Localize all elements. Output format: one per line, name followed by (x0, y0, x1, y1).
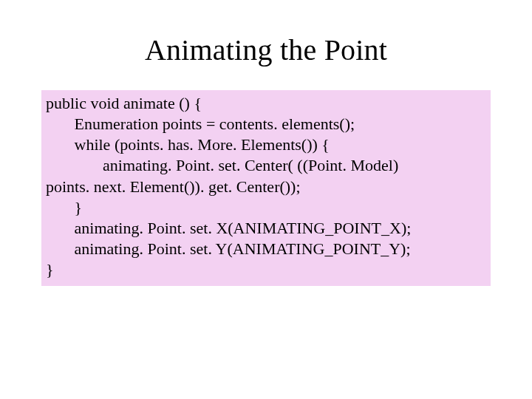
slide: Animating the Point public void animate … (0, 0, 532, 399)
code-line: public void animate () { (46, 93, 486, 114)
code-line: animating. Point. set. Y(ANIMATING_POINT… (46, 239, 486, 259)
code-line: while (points. has. More. Elements()) { (46, 134, 486, 155)
slide-title: Animating the Point (0, 33, 532, 67)
code-block: public void animate () { Enumeration poi… (41, 90, 491, 286)
code-line: animating. Point. set. Center( ((Point. … (46, 155, 486, 176)
code-line: Enumeration points = contents. elements(… (46, 114, 486, 134)
code-line: } (46, 259, 486, 280)
code-line: animating. Point. set. X(ANIMATING_POINT… (46, 218, 486, 239)
code-line: } (46, 197, 486, 218)
code-line: points. next. Element()). get. Center())… (46, 177, 486, 197)
